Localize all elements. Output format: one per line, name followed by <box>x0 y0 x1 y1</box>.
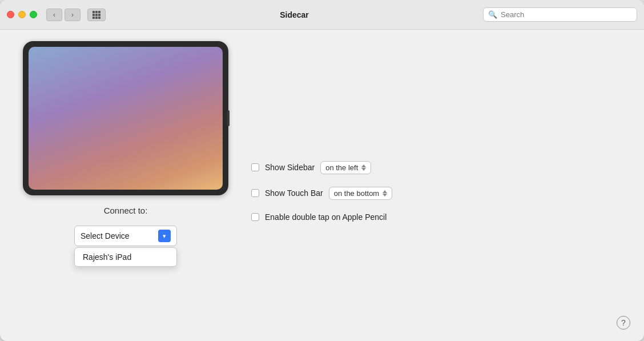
touchbar-position-down-arrow <box>383 194 387 196</box>
show-sidebar-label: Show Sidebar <box>265 163 315 172</box>
main-content: Connect to: Select Device ▾ Rajesh's iPa… <box>0 30 644 341</box>
touchbar-position-up-arrow <box>383 190 387 193</box>
show-touchbar-checkbox[interactable] <box>251 189 259 197</box>
dropdown-arrow-icon: ▾ <box>158 230 171 242</box>
connect-to-label: Connect to: <box>104 206 148 215</box>
grid-icon <box>92 11 100 19</box>
select-device-wrapper: Select Device ▾ Rajesh's iPad <box>74 226 177 246</box>
nav-buttons: ‹ › <box>46 9 80 21</box>
right-panel: Show Sidebar on the left Show Touch Bar <box>251 41 621 330</box>
ipad-frame <box>23 41 228 195</box>
show-sidebar-row: Show Sidebar on the left <box>251 161 621 174</box>
sidebar-position-value: on the left <box>325 163 358 172</box>
grid-button[interactable] <box>87 9 106 21</box>
ipad-screen <box>29 47 223 190</box>
enable-pencil-row: Enable double tap on Apple Pencil <box>251 212 621 222</box>
enable-pencil-checkbox[interactable] <box>251 213 259 221</box>
help-icon: ? <box>621 318 626 327</box>
show-sidebar-checkbox[interactable] <box>251 163 259 171</box>
select-device-button[interactable]: Select Device ▾ <box>74 226 177 246</box>
titlebar: ‹ › Sidecar 🔍 <box>0 0 644 30</box>
show-touchbar-label: Show Touch Bar <box>265 188 323 198</box>
traffic-lights <box>7 11 37 18</box>
touchbar-position-stepper <box>383 190 387 196</box>
back-button[interactable]: ‹ <box>46 9 62 21</box>
ipad-wallpaper <box>29 47 223 190</box>
back-icon: ‹ <box>53 11 55 19</box>
search-icon: 🔍 <box>488 10 497 19</box>
sidebar-position-select[interactable]: on the left <box>320 161 371 174</box>
show-touchbar-row: Show Touch Bar on the bottom <box>251 187 621 200</box>
sidebar-position-up-arrow <box>361 165 366 167</box>
dropdown-item-ipad[interactable]: Rajesh's iPad <box>75 248 176 266</box>
left-panel: Connect to: Select Device ▾ Rajesh's iPa… <box>23 41 228 330</box>
sidebar-position-stepper <box>361 165 366 171</box>
dropdown-menu: Rajesh's iPad <box>74 247 177 267</box>
forward-icon: › <box>71 11 74 19</box>
select-device-label: Select Device <box>80 231 130 240</box>
forward-button[interactable]: › <box>65 9 80 21</box>
sidebar-position-down-arrow <box>361 168 366 171</box>
touchbar-position-select[interactable]: on the bottom <box>329 187 393 200</box>
search-bar[interactable]: 🔍 <box>483 7 637 22</box>
window-body: Connect to: Select Device ▾ Rajesh's iPa… <box>0 30 644 341</box>
help-button[interactable]: ? <box>617 316 630 330</box>
touchbar-position-value: on the bottom <box>334 189 380 198</box>
search-input[interactable] <box>501 10 632 19</box>
minimize-button[interactable] <box>18 11 26 18</box>
close-button[interactable] <box>7 11 14 18</box>
window-title: Sidecar <box>110 10 478 19</box>
maximize-button[interactable] <box>30 11 37 18</box>
enable-pencil-label: Enable double tap on Apple Pencil <box>265 212 387 222</box>
main-window: ‹ › Sidecar 🔍 <box>0 0 644 341</box>
